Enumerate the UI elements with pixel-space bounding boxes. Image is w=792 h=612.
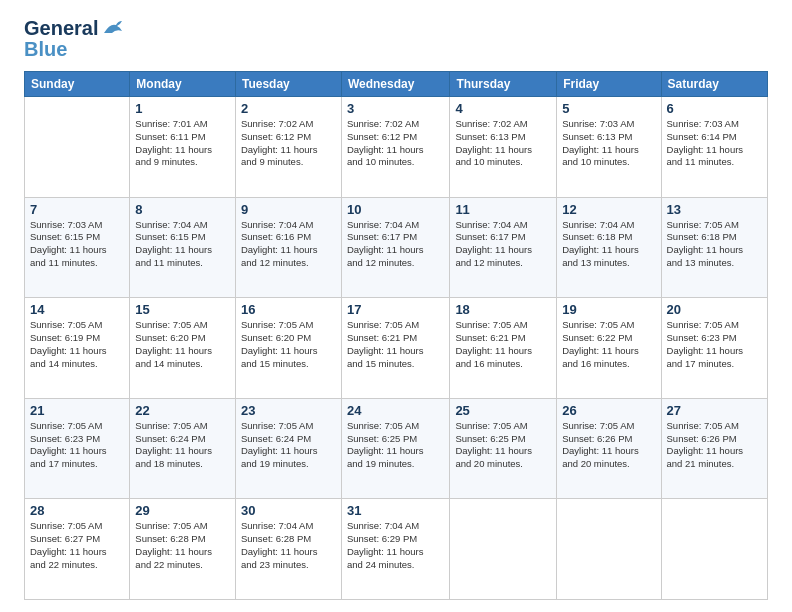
day-info: Sunrise: 7:02 AMSunset: 6:13 PMDaylight:… (455, 118, 551, 169)
day-number: 11 (455, 202, 551, 217)
day-info: Sunrise: 7:04 AMSunset: 6:17 PMDaylight:… (347, 219, 444, 270)
week-row-5: 28Sunrise: 7:05 AMSunset: 6:27 PMDayligh… (25, 499, 768, 600)
week-row-2: 7Sunrise: 7:03 AMSunset: 6:15 PMDaylight… (25, 197, 768, 298)
day-cell: 12Sunrise: 7:04 AMSunset: 6:18 PMDayligh… (557, 197, 661, 298)
day-number: 1 (135, 101, 230, 116)
day-number: 17 (347, 302, 444, 317)
day-cell: 29Sunrise: 7:05 AMSunset: 6:28 PMDayligh… (130, 499, 236, 600)
day-cell (661, 499, 767, 600)
day-info: Sunrise: 7:04 AMSunset: 6:16 PMDaylight:… (241, 219, 336, 270)
day-info: Sunrise: 7:05 AMSunset: 6:26 PMDaylight:… (562, 420, 655, 471)
day-info: Sunrise: 7:05 AMSunset: 6:26 PMDaylight:… (667, 420, 762, 471)
day-cell: 2Sunrise: 7:02 AMSunset: 6:12 PMDaylight… (235, 97, 341, 198)
day-cell: 13Sunrise: 7:05 AMSunset: 6:18 PMDayligh… (661, 197, 767, 298)
day-cell: 22Sunrise: 7:05 AMSunset: 6:24 PMDayligh… (130, 398, 236, 499)
day-cell: 23Sunrise: 7:05 AMSunset: 6:24 PMDayligh… (235, 398, 341, 499)
day-number: 24 (347, 403, 444, 418)
day-info: Sunrise: 7:05 AMSunset: 6:23 PMDaylight:… (667, 319, 762, 370)
day-info: Sunrise: 7:04 AMSunset: 6:15 PMDaylight:… (135, 219, 230, 270)
logo-general: General (24, 18, 98, 38)
logo: General Blue (24, 18, 124, 61)
day-info: Sunrise: 7:05 AMSunset: 6:21 PMDaylight:… (347, 319, 444, 370)
day-cell: 15Sunrise: 7:05 AMSunset: 6:20 PMDayligh… (130, 298, 236, 399)
day-info: Sunrise: 7:05 AMSunset: 6:22 PMDaylight:… (562, 319, 655, 370)
day-info: Sunrise: 7:05 AMSunset: 6:20 PMDaylight:… (241, 319, 336, 370)
day-number: 23 (241, 403, 336, 418)
day-info: Sunrise: 7:03 AMSunset: 6:13 PMDaylight:… (562, 118, 655, 169)
day-number: 2 (241, 101, 336, 116)
day-info: Sunrise: 7:05 AMSunset: 6:21 PMDaylight:… (455, 319, 551, 370)
calendar-table: Sunday Monday Tuesday Wednesday Thursday… (24, 71, 768, 600)
week-row-3: 14Sunrise: 7:05 AMSunset: 6:19 PMDayligh… (25, 298, 768, 399)
day-cell: 19Sunrise: 7:05 AMSunset: 6:22 PMDayligh… (557, 298, 661, 399)
day-cell: 14Sunrise: 7:05 AMSunset: 6:19 PMDayligh… (25, 298, 130, 399)
day-info: Sunrise: 7:04 AMSunset: 6:17 PMDaylight:… (455, 219, 551, 270)
day-info: Sunrise: 7:05 AMSunset: 6:25 PMDaylight:… (347, 420, 444, 471)
day-cell: 20Sunrise: 7:05 AMSunset: 6:23 PMDayligh… (661, 298, 767, 399)
page: General Blue Sunday Monday Tuesday Wedne… (0, 0, 792, 612)
day-cell: 9Sunrise: 7:04 AMSunset: 6:16 PMDaylight… (235, 197, 341, 298)
day-cell: 11Sunrise: 7:04 AMSunset: 6:17 PMDayligh… (450, 197, 557, 298)
day-info: Sunrise: 7:05 AMSunset: 6:20 PMDaylight:… (135, 319, 230, 370)
day-cell: 24Sunrise: 7:05 AMSunset: 6:25 PMDayligh… (341, 398, 449, 499)
day-cell (25, 97, 130, 198)
day-info: Sunrise: 7:01 AMSunset: 6:11 PMDaylight:… (135, 118, 230, 169)
day-info: Sunrise: 7:05 AMSunset: 6:28 PMDaylight:… (135, 520, 230, 571)
day-number: 26 (562, 403, 655, 418)
day-cell: 5Sunrise: 7:03 AMSunset: 6:13 PMDaylight… (557, 97, 661, 198)
day-info: Sunrise: 7:05 AMSunset: 6:24 PMDaylight:… (241, 420, 336, 471)
day-cell: 6Sunrise: 7:03 AMSunset: 6:14 PMDaylight… (661, 97, 767, 198)
day-info: Sunrise: 7:05 AMSunset: 6:23 PMDaylight:… (30, 420, 124, 471)
week-row-4: 21Sunrise: 7:05 AMSunset: 6:23 PMDayligh… (25, 398, 768, 499)
day-number: 7 (30, 202, 124, 217)
day-number: 20 (667, 302, 762, 317)
week-row-1: 1Sunrise: 7:01 AMSunset: 6:11 PMDaylight… (25, 97, 768, 198)
day-cell: 4Sunrise: 7:02 AMSunset: 6:13 PMDaylight… (450, 97, 557, 198)
day-number: 19 (562, 302, 655, 317)
day-number: 15 (135, 302, 230, 317)
day-number: 29 (135, 503, 230, 518)
day-cell: 3Sunrise: 7:02 AMSunset: 6:12 PMDaylight… (341, 97, 449, 198)
day-cell (557, 499, 661, 600)
day-number: 27 (667, 403, 762, 418)
day-number: 18 (455, 302, 551, 317)
day-cell: 26Sunrise: 7:05 AMSunset: 6:26 PMDayligh… (557, 398, 661, 499)
header-sunday: Sunday (25, 72, 130, 97)
day-info: Sunrise: 7:02 AMSunset: 6:12 PMDaylight:… (241, 118, 336, 169)
header-friday: Friday (557, 72, 661, 97)
day-cell: 10Sunrise: 7:04 AMSunset: 6:17 PMDayligh… (341, 197, 449, 298)
day-number: 28 (30, 503, 124, 518)
day-info: Sunrise: 7:03 AMSunset: 6:14 PMDaylight:… (667, 118, 762, 169)
header: General Blue (24, 18, 768, 61)
day-cell: 1Sunrise: 7:01 AMSunset: 6:11 PMDaylight… (130, 97, 236, 198)
day-number: 14 (30, 302, 124, 317)
day-number: 30 (241, 503, 336, 518)
day-cell: 25Sunrise: 7:05 AMSunset: 6:25 PMDayligh… (450, 398, 557, 499)
day-number: 13 (667, 202, 762, 217)
header-monday: Monday (130, 72, 236, 97)
day-number: 10 (347, 202, 444, 217)
day-cell: 7Sunrise: 7:03 AMSunset: 6:15 PMDaylight… (25, 197, 130, 298)
day-info: Sunrise: 7:03 AMSunset: 6:15 PMDaylight:… (30, 219, 124, 270)
day-number: 22 (135, 403, 230, 418)
day-cell: 27Sunrise: 7:05 AMSunset: 6:26 PMDayligh… (661, 398, 767, 499)
day-cell: 30Sunrise: 7:04 AMSunset: 6:28 PMDayligh… (235, 499, 341, 600)
day-info: Sunrise: 7:04 AMSunset: 6:29 PMDaylight:… (347, 520, 444, 571)
weekday-header-row: Sunday Monday Tuesday Wednesday Thursday… (25, 72, 768, 97)
day-cell: 28Sunrise: 7:05 AMSunset: 6:27 PMDayligh… (25, 499, 130, 600)
header-saturday: Saturday (661, 72, 767, 97)
day-info: Sunrise: 7:05 AMSunset: 6:27 PMDaylight:… (30, 520, 124, 571)
logo-blue: Blue (24, 38, 67, 61)
day-number: 31 (347, 503, 444, 518)
day-cell: 16Sunrise: 7:05 AMSunset: 6:20 PMDayligh… (235, 298, 341, 399)
day-info: Sunrise: 7:05 AMSunset: 6:24 PMDaylight:… (135, 420, 230, 471)
day-number: 12 (562, 202, 655, 217)
day-info: Sunrise: 7:05 AMSunset: 6:25 PMDaylight:… (455, 420, 551, 471)
day-number: 21 (30, 403, 124, 418)
day-number: 25 (455, 403, 551, 418)
header-wednesday: Wednesday (341, 72, 449, 97)
day-info: Sunrise: 7:05 AMSunset: 6:18 PMDaylight:… (667, 219, 762, 270)
day-cell: 17Sunrise: 7:05 AMSunset: 6:21 PMDayligh… (341, 298, 449, 399)
day-info: Sunrise: 7:02 AMSunset: 6:12 PMDaylight:… (347, 118, 444, 169)
day-number: 8 (135, 202, 230, 217)
